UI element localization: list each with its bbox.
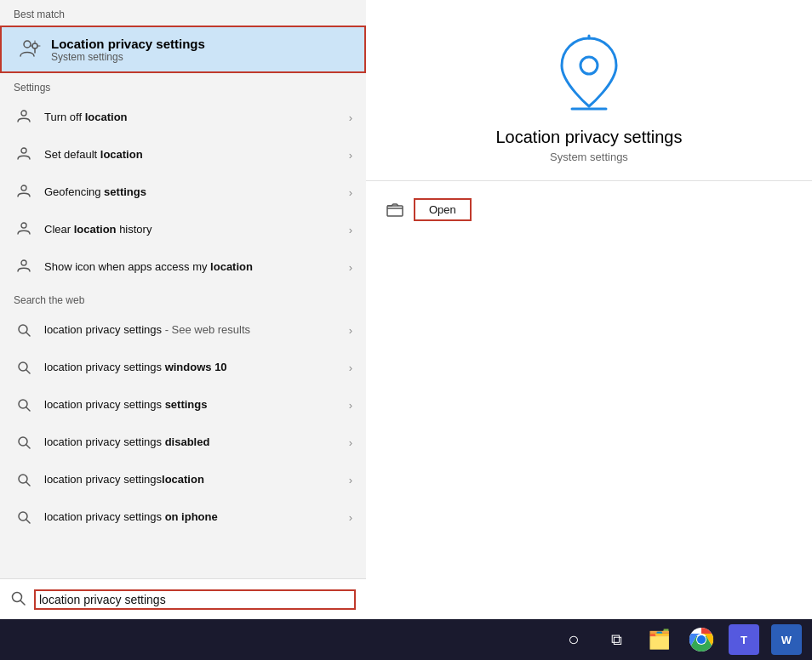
- chevron-right-icon: ›: [349, 261, 352, 274]
- svg-line-18: [26, 520, 30, 523]
- svg-point-3: [21, 148, 26, 153]
- chevron-right-icon: ›: [349, 361, 352, 374]
- web-label: Search the web: [0, 286, 366, 311]
- taskbar-taskview-button[interactable]: ⧉: [598, 623, 635, 657]
- best-match-item[interactable]: Location privacy settings System setting…: [0, 26, 366, 73]
- web-item[interactable]: location privacy settingslocation ›: [0, 461, 366, 498]
- taskbar-right: ○ ⧉ 🗂️ T W: [376, 623, 805, 657]
- location-settings-icon: [15, 36, 43, 63]
- svg-line-14: [26, 445, 30, 448]
- svg-point-21: [580, 57, 598, 74]
- search-bar-icon: [10, 590, 26, 609]
- settings-item-label: Set default location: [44, 148, 349, 162]
- best-match-subtitle: System settings: [51, 51, 205, 63]
- web-item-label: location privacy settings windows 10: [44, 361, 349, 375]
- settings-section: Turn off location › Set default location…: [0, 99, 366, 286]
- taskbar-teams-button[interactable]: T: [725, 623, 763, 657]
- settings-item-label: Clear location history: [44, 223, 349, 237]
- chevron-right-icon: ›: [349, 324, 352, 337]
- chevron-right-icon: ›: [349, 436, 352, 449]
- taskbar-search-button[interactable]: ○: [555, 623, 592, 657]
- right-actions: Open: [366, 181, 492, 238]
- search-input-wrapper: [34, 589, 356, 610]
- search-input[interactable]: [39, 593, 351, 606]
- open-icon: [386, 203, 403, 217]
- settings-item-label: Geofencing settings: [44, 185, 349, 200]
- right-panel: Location privacy settings System setting…: [366, 0, 812, 619]
- best-match-title: Location privacy settings: [51, 37, 205, 51]
- web-item-label: location privacy settings settings: [44, 398, 349, 412]
- chevron-right-icon: ›: [349, 111, 352, 124]
- right-title: Location privacy settings: [495, 128, 682, 147]
- list-item[interactable]: Clear location history ›: [0, 211, 366, 248]
- svg-line-16: [26, 482, 30, 486]
- svg-line-20: [21, 600, 26, 605]
- taskbar-word-button[interactable]: W: [768, 623, 805, 657]
- svg-point-5: [21, 223, 26, 228]
- open-button[interactable]: Open: [414, 198, 472, 221]
- web-item[interactable]: location privacy settings - See web resu…: [0, 311, 366, 349]
- taskbar: ○ ⧉ 🗂️ T W: [0, 619, 812, 660]
- svg-point-19: [13, 592, 22, 601]
- taskbar-explorer-button[interactable]: 🗂️: [640, 623, 678, 657]
- list-item[interactable]: Turn off location ›: [0, 99, 366, 136]
- web-item-label: location privacy settings - See web resu…: [44, 323, 349, 338]
- show-icon-location-icon: [14, 257, 34, 277]
- web-item-label: location privacy settings disabled: [44, 435, 349, 450]
- settings-label: Settings: [0, 73, 366, 99]
- search-bar: [0, 578, 366, 619]
- svg-point-6: [21, 260, 26, 265]
- list-item[interactable]: Set default location ›: [0, 136, 366, 174]
- web-item-label: location privacy settings on iphone: [44, 510, 349, 525]
- location-pin-large-icon: [555, 34, 623, 114]
- chevron-right-icon: ›: [349, 186, 352, 199]
- web-item[interactable]: location privacy settings settings ›: [0, 386, 366, 424]
- chevron-right-icon: ›: [349, 399, 352, 412]
- svg-line-10: [26, 370, 30, 373]
- teams-icon: T: [729, 624, 759, 655]
- geofencing-icon: [14, 182, 34, 202]
- search-web-icon: [14, 395, 34, 415]
- svg-line-8: [26, 333, 30, 336]
- web-item[interactable]: location privacy settings disabled ›: [0, 424, 366, 461]
- svg-point-1: [32, 43, 37, 48]
- settings-item-label: Turn off location: [44, 111, 349, 125]
- svg-rect-24: [387, 206, 403, 216]
- svg-point-0: [24, 41, 31, 48]
- chevron-right-icon: ›: [349, 511, 352, 524]
- right-top-section: Location privacy settings System setting…: [366, 0, 812, 181]
- clear-history-icon: [14, 219, 34, 240]
- left-panel: Best match Location privacy settings Sys…: [0, 0, 366, 619]
- search-web-icon: [14, 432, 34, 452]
- right-subtitle: System settings: [550, 151, 628, 163]
- search-web-icon: [14, 357, 34, 378]
- svg-point-4: [21, 185, 26, 191]
- list-item[interactable]: Geofencing settings ›: [0, 174, 366, 211]
- search-web-icon: [14, 469, 34, 490]
- location-default-icon: [14, 145, 34, 165]
- web-item[interactable]: location privacy settings windows 10 ›: [0, 349, 366, 386]
- web-item-label: location privacy settingslocation: [44, 473, 349, 487]
- best-match-label: Best match: [0, 0, 366, 26]
- svg-line-12: [26, 407, 30, 411]
- chevron-right-icon: ›: [349, 149, 352, 162]
- web-item[interactable]: location privacy settings on iphone ›: [0, 498, 366, 536]
- search-web-icon: [14, 320, 34, 340]
- word-icon: W: [771, 624, 802, 655]
- chevron-right-icon: ›: [349, 474, 352, 486]
- svg-point-2: [21, 111, 26, 116]
- best-match-text: Location privacy settings System setting…: [51, 37, 205, 63]
- taskbar-chrome-button[interactable]: [683, 623, 720, 657]
- settings-item-label: Show icon when apps access my location: [44, 260, 349, 275]
- search-web-icon: [14, 507, 34, 527]
- chevron-right-icon: ›: [349, 224, 352, 236]
- svg-point-27: [697, 635, 706, 644]
- location-off-icon: [14, 107, 34, 128]
- list-item[interactable]: Show icon when apps access my location ›: [0, 248, 366, 286]
